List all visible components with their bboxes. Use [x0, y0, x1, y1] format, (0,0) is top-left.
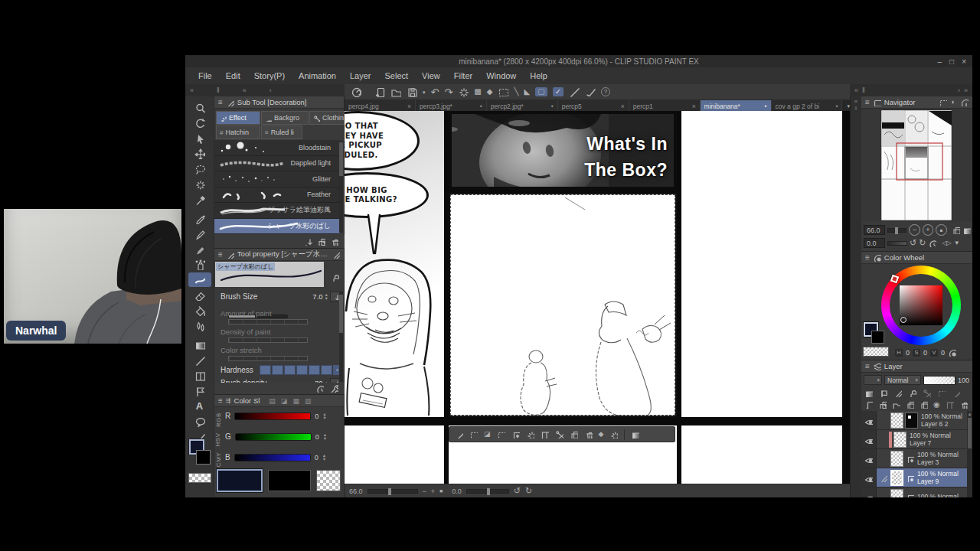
deselect-icon[interactable]: [458, 86, 469, 97]
quick-mask-icon[interactable]: ◆: [487, 88, 493, 96]
panel-menu-icon[interactable]: ≡: [865, 99, 870, 106]
navigator-thumbnail-area[interactable]: [861, 109, 972, 222]
layer-row-3[interactable]: 100 % NormalLayer 3: [861, 449, 967, 468]
sub-color-large-swatch[interactable]: [268, 470, 311, 491]
duplicate-brush-icon[interactable]: [317, 237, 325, 246]
tool-pen[interactable]: [188, 211, 211, 226]
new-folder-icon[interactable]: [892, 400, 900, 409]
tool-object[interactable]: [188, 131, 211, 145]
expand-selection-icon[interactable]: [497, 430, 505, 439]
new-vector-layer-icon[interactable]: [878, 400, 887, 409]
wheel-sub-color-swatch[interactable]: [871, 331, 884, 344]
navigator-zoom-slider[interactable]: [887, 228, 906, 233]
wheel-transparent-swatch[interactable]: [863, 347, 889, 357]
right-divider-strip[interactable]: « ‖: [850, 96, 861, 497]
raster-frame-icon[interactable]: ▢: [535, 87, 547, 96]
line-tool-icon[interactable]: ╲: [514, 88, 518, 96]
shrink-selection-icon[interactable]: [511, 430, 520, 439]
clear-selection-icon[interactable]: [526, 430, 534, 439]
subtool-group-hatching[interactable]: #Hatchin: [216, 126, 260, 139]
enable-mask-icon[interactable]: [937, 389, 946, 397]
undo-icon[interactable]: ↶: [431, 87, 439, 97]
menu-animation[interactable]: Animation: [292, 67, 343, 84]
layer-row-9-selected[interactable]: 100 % NormalLayer 9: [861, 468, 967, 487]
help-icon[interactable]: ?: [601, 87, 610, 96]
menu-edit[interactable]: Edit: [219, 67, 247, 84]
minimize-button[interactable]: –: [938, 57, 942, 66]
brush-item-sharp-watercolor-selected[interactable]: シャープ水彩のばし: [214, 219, 340, 235]
doc-tab-minibanana-active[interactable]: minibanana*•: [701, 100, 772, 112]
zoom-fit-button[interactable]: ■: [439, 488, 443, 494]
tool-property-scrollbar[interactable]: [339, 292, 343, 382]
slider-tab-icon-1[interactable]: ▤: [269, 397, 276, 405]
layer-row-6-2[interactable]: 100 % NormalLayer 6 2: [861, 411, 967, 430]
layer-color-dropdown[interactable]: ▾: [864, 375, 882, 385]
snap-toggle-icon[interactable]: ✓: [553, 87, 564, 96]
wheel-mode-toggle-icon[interactable]: [948, 348, 956, 357]
redo-icon[interactable]: ↷: [444, 87, 452, 97]
brush-item-feather[interactable]: Feather: [214, 187, 340, 204]
brush-item-bloodstain[interactable]: Bloodstain: [214, 140, 340, 156]
transform-icon[interactable]: [498, 86, 508, 97]
brush-item-zassara-oil[interactable]: ザッサラ絵筆油彩風: [214, 203, 340, 219]
canvas-zoom-slider[interactable]: [368, 489, 418, 494]
tool-fill[interactable]: [188, 303, 211, 318]
doc-tab-cov[interactable]: cov a gp 2 of bi•: [772, 100, 843, 112]
doc-tab-percp5[interactable]: percp5×: [558, 100, 629, 112]
menu-view[interactable]: View: [415, 67, 447, 84]
sv-cursor[interactable]: [900, 317, 906, 323]
menu-layer[interactable]: Layer: [343, 67, 378, 84]
doc-tab-percp1[interactable]: percp1×: [629, 100, 701, 112]
hardness-selector[interactable]: ›: [260, 365, 341, 375]
tool-ruler[interactable]: [188, 383, 211, 398]
slider-tab-icon-4[interactable]: ▥: [305, 397, 312, 405]
reset-settings-icon[interactable]: [315, 384, 324, 393]
maximize-button[interactable]: □: [949, 57, 954, 66]
subtool-group-ruled[interactable]: ≡Ruled li: [261, 126, 302, 139]
g-channel-value[interactable]: 0: [315, 433, 319, 441]
reselect-launcher-icon[interactable]: [469, 430, 478, 439]
lock-layer-icon[interactable]: [908, 389, 916, 397]
slider-tab-icon-2[interactable]: ◪: [281, 397, 288, 405]
fill-corner-icon[interactable]: ◣: [524, 88, 531, 96]
tool-text[interactable]: A: [188, 399, 211, 413]
import-brush-icon[interactable]: [304, 237, 312, 246]
cut-paste-icon[interactable]: [555, 430, 564, 439]
tool-blend[interactable]: [188, 318, 211, 333]
collapse-left-icon[interactable]: «: [190, 86, 194, 94]
menu-window[interactable]: Window: [479, 67, 523, 84]
layer-row-partial[interactable]: 100 % Normal: [861, 487, 967, 497]
subtool-group-clothing[interactable]: Clothing: [309, 111, 345, 125]
open-file-icon[interactable]: [390, 86, 401, 97]
navigator-info-icon[interactable]: [960, 98, 969, 106]
doc-tab-percp4[interactable]: percp4.jpg×: [345, 100, 416, 112]
tool-figure[interactable]: [188, 353, 211, 367]
panel-menu-icon[interactable]: ≡: [218, 397, 223, 405]
nav-reset-rotation-icon[interactable]: [928, 239, 936, 247]
canvas-rotation-slider[interactable]: [466, 489, 509, 494]
navigator-zoom-value[interactable]: 66.0: [864, 225, 885, 235]
transfer-layer-icon[interactable]: [906, 400, 914, 409]
b-channel-value[interactable]: 0: [315, 454, 318, 461]
tool-rotate-view[interactable]: [188, 116, 211, 130]
nav-actual-size-icon[interactable]: [952, 226, 960, 234]
doc-tab-percp2[interactable]: percp2.jpg*•: [487, 100, 558, 112]
hue-marker[interactable]: [890, 275, 900, 284]
combine-layer-icon[interactable]: [920, 400, 928, 409]
draft-layer-icon[interactable]: [893, 389, 902, 397]
sub-color-swatch[interactable]: [196, 450, 211, 465]
subtool-scrollbar[interactable]: [339, 141, 343, 233]
tool-zoom[interactable]: [188, 100, 211, 115]
tool-eraser[interactable]: [188, 288, 211, 302]
menu-help[interactable]: Help: [523, 67, 554, 84]
brush-item-glitter[interactable]: Glitter: [214, 171, 340, 187]
r-channel-value[interactable]: 0: [315, 412, 318, 420]
layer-opacity-slider[interactable]: [923, 376, 956, 385]
rotate-left-button[interactable]: ↺: [514, 486, 521, 496]
sv-square[interactable]: [900, 285, 942, 325]
main-color-large-swatch[interactable]: [217, 469, 263, 492]
left-panel-collapse-strip[interactable]: «‖«‹: [185, 84, 345, 96]
clear-outside-icon[interactable]: [541, 430, 549, 439]
tool-gradient[interactable]: [188, 337, 211, 352]
delete-brush-icon[interactable]: [330, 237, 338, 246]
